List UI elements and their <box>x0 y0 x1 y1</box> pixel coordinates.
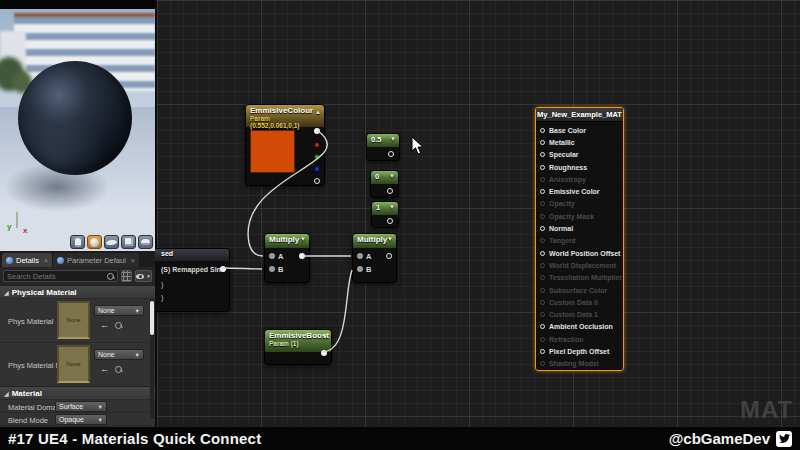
asset-dropdown[interactable]: None ▼ <box>94 349 144 360</box>
material-graph-canvas[interactable]: sed (S) Remapped Sine ) ) EmmisiveColour… <box>155 0 800 427</box>
asset-thumbnail[interactable]: None <box>57 301 90 339</box>
chevron-down-icon[interactable]: ▼ <box>389 204 395 210</box>
visibility-filter-button[interactable]: ▼ <box>135 270 152 282</box>
material-pin-row[interactable]: Refraction <box>540 333 621 345</box>
output-pin[interactable] <box>220 266 226 272</box>
node-emissive-boost[interactable]: EmmisiveBoost Param (1) ▼ <box>264 329 332 365</box>
input-pin[interactable] <box>540 324 545 329</box>
node-emissive-colour[interactable]: EmmisiveColour Param (0.552,0.061,0,1) ▲ <box>245 104 325 186</box>
material-pin-row[interactable]: Base Color <box>540 124 621 136</box>
output-pin[interactable] <box>386 253 392 259</box>
input-pin[interactable] <box>540 177 545 182</box>
node-constant-1[interactable]: 1 ▼ <box>371 201 399 228</box>
input-pin[interactable] <box>540 165 545 170</box>
details-scrollbar[interactable] <box>150 299 154 419</box>
search-input[interactable] <box>7 272 104 281</box>
node-multiply-1[interactable]: Multiply ▼ A B <box>264 233 310 283</box>
expand-triangle-icon[interactable]: ◢ <box>4 390 9 397</box>
material-pin-row[interactable]: Tangent <box>540 235 621 247</box>
output-pin-g[interactable] <box>314 154 320 160</box>
material-pin-row[interactable]: Emissive Color <box>540 185 621 197</box>
input-pin[interactable] <box>540 263 545 268</box>
input-pin[interactable] <box>540 128 545 133</box>
material-pin-row[interactable]: Specular <box>540 149 621 161</box>
output-pin[interactable] <box>387 218 393 224</box>
output-pin-r[interactable] <box>314 142 320 148</box>
output-pin-b[interactable] <box>314 166 320 172</box>
input-pin[interactable] <box>540 140 545 145</box>
output-pin[interactable] <box>321 350 327 356</box>
node-constant-0[interactable]: 0 ▼ <box>370 170 399 198</box>
chevron-down-icon[interactable]: ▼ <box>322 334 328 340</box>
collapse-triangle-icon[interactable]: ▲ <box>315 109 321 115</box>
preview-shape-cube-button[interactable] <box>121 235 136 249</box>
node-emissive-boost-header[interactable]: EmmisiveBoost Param (1) ▼ <box>265 330 331 352</box>
input-pin[interactable] <box>540 337 545 342</box>
input-pin-a[interactable] <box>357 253 363 259</box>
close-icon[interactable]: × <box>44 257 48 264</box>
material-pin-row[interactable]: World Position Offset <box>540 247 621 259</box>
browse-icon[interactable] <box>115 366 122 373</box>
node-constant-header[interactable]: 1 ▼ <box>372 202 398 215</box>
input-pin-b[interactable] <box>269 266 275 272</box>
blend-mode-dropdown[interactable]: Opaque ▼ <box>55 414 107 425</box>
node-remapped-sine[interactable]: sed (S) Remapped Sine ) ) <box>152 248 230 312</box>
material-pin-row[interactable]: World Displacement <box>540 259 621 271</box>
input-pin[interactable] <box>540 238 545 243</box>
node-multiply-2[interactable]: Multiply ▼ A B <box>352 233 397 283</box>
input-pin[interactable] <box>540 152 545 157</box>
chevron-down-icon[interactable]: ▼ <box>300 236 306 242</box>
material-pin-row[interactable]: Pixel Depth Offset <box>540 345 621 357</box>
chevron-down-icon[interactable]: ▼ <box>390 136 396 142</box>
input-pin[interactable] <box>540 251 545 256</box>
grid-view-icon[interactable] <box>121 270 132 282</box>
material-pin-row[interactable]: Subsurface Color <box>540 284 621 296</box>
material-pin-row[interactable]: Roughness <box>540 161 621 173</box>
node-material-result[interactable]: My_New_Example_MAT Base ColorMetallicSpe… <box>535 107 624 371</box>
tab-details[interactable]: Details × <box>2 253 52 267</box>
material-pin-row[interactable]: Shading Model <box>540 358 621 370</box>
scrollbar-thumb[interactable] <box>150 301 154 335</box>
input-pin[interactable] <box>540 312 545 317</box>
material-pin-row[interactable]: Normal <box>540 222 621 234</box>
expand-triangle-icon[interactable]: ◢ <box>4 289 9 296</box>
material-pin-row[interactable]: Metallic <box>540 136 621 148</box>
input-pin[interactable] <box>540 300 545 305</box>
material-pin-row[interactable]: Custom Data 0 <box>540 296 621 308</box>
node-constant-header[interactable]: 0 ▼ <box>371 171 398 184</box>
node-constant-0-5[interactable]: 0.5 ▼ <box>366 133 400 161</box>
node-multiply-header[interactable]: Multiply ▼ <box>353 234 396 248</box>
material-pin-row[interactable]: Opacity Mask <box>540 210 621 222</box>
tab-parameter-defaults[interactable]: Parameter Defaul × <box>53 253 139 267</box>
input-pin[interactable] <box>540 288 545 293</box>
color-swatch[interactable] <box>250 130 295 173</box>
chevron-down-icon[interactable]: ▼ <box>387 236 393 242</box>
input-pin[interactable] <box>540 189 545 194</box>
input-pin[interactable] <box>540 361 545 366</box>
close-icon[interactable]: × <box>131 257 135 264</box>
preview-viewport[interactable]: y x <box>0 0 155 251</box>
chevron-down-icon[interactable]: ▼ <box>389 173 395 179</box>
material-pin-row[interactable]: Anisotropy <box>540 173 621 185</box>
input-pin[interactable] <box>540 226 545 231</box>
use-selected-icon[interactable]: ← <box>100 365 109 373</box>
input-pin-b[interactable] <box>357 266 363 272</box>
material-pin-row[interactable]: Opacity <box>540 198 621 210</box>
asset-thumbnail[interactable]: None <box>57 345 90 383</box>
input-pin[interactable] <box>540 201 545 206</box>
node-multiply-header[interactable]: Multiply ▼ <box>265 234 309 248</box>
input-pin[interactable] <box>540 349 545 354</box>
preview-shape-teapot-button[interactable] <box>138 235 153 249</box>
use-selected-icon[interactable]: ← <box>100 321 109 329</box>
output-pin[interactable] <box>299 253 305 259</box>
browse-icon[interactable] <box>115 322 122 329</box>
material-domain-dropdown[interactable]: Surface ▼ <box>55 401 107 412</box>
input-pin-a[interactable] <box>269 253 275 259</box>
section-header-material[interactable]: ◢ Material <box>0 386 155 399</box>
material-pin-row[interactable]: Tessellation Multiplier <box>540 272 621 284</box>
output-pin[interactable] <box>387 188 393 194</box>
node-constant-header[interactable]: 0.5 ▼ <box>367 134 399 147</box>
input-pin[interactable] <box>540 275 545 280</box>
preview-shape-sphere-button[interactable] <box>87 235 102 249</box>
output-pin[interactable] <box>388 151 394 157</box>
